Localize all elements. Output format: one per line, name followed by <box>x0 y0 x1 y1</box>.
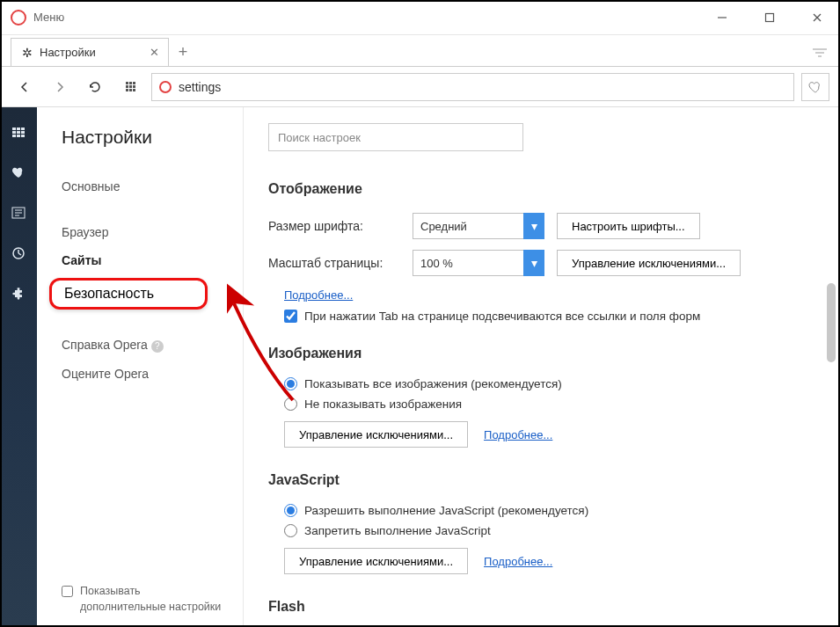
js-more-link[interactable]: Подробнее... <box>484 555 552 568</box>
speed-dial-button[interactable] <box>116 73 144 101</box>
nav-rate[interactable]: Оцените Opera <box>62 360 227 388</box>
back-button[interactable] <box>11 73 39 101</box>
images-exceptions-button[interactable]: Управление исключениями... <box>284 421 468 448</box>
font-size-label: Размер шрифта: <box>268 219 400 233</box>
tab-options-icon[interactable] <box>807 40 833 66</box>
tab-highlight-label: При нажатии Tab на странице подсвечивают… <box>304 310 700 323</box>
new-tab-button[interactable]: + <box>169 38 197 66</box>
news-icon[interactable] <box>10 204 27 222</box>
nav-browser[interactable]: Браузер <box>62 218 227 246</box>
section-display-title: Отображение <box>268 181 815 197</box>
nav-security-label: Безопасность <box>64 286 154 301</box>
chevron-down-icon: ▾ <box>523 213 544 239</box>
settings-heading: Настройки <box>62 127 227 148</box>
address-url: settings <box>179 80 221 94</box>
section-images-title: Изображения <box>268 346 815 361</box>
section-flash-title: Flash <box>268 599 815 615</box>
zoom-exceptions-button[interactable]: Управление исключениями... <box>557 250 741 276</box>
tab-title: Настройки <box>40 46 96 59</box>
history-icon[interactable] <box>10 244 27 262</box>
speed-dial-icon[interactable] <box>10 123 27 141</box>
settings-main: Поиск настроек Отображение Размер шрифта… <box>244 107 840 625</box>
page-zoom-select[interactable]: 100 % ▾ <box>413 250 544 276</box>
nav-websites[interactable]: Сайты <box>62 246 227 274</box>
customize-fonts-button[interactable]: Настроить шрифты... <box>557 213 700 239</box>
address-opera-icon <box>159 81 172 93</box>
js-block-label: Запретить выполнение JavaScript <box>304 524 491 537</box>
display-more-link[interactable]: Подробнее... <box>284 288 353 302</box>
page-zoom-label: Масштаб страницы: <box>268 256 400 270</box>
app-menu-button[interactable]: Меню <box>11 10 64 26</box>
reload-button[interactable] <box>81 73 109 101</box>
forward-button[interactable] <box>46 73 74 101</box>
js-allow-label: Разрешить выполнение JavaScript (рекомен… <box>304 504 588 517</box>
section-js-title: JavaScript <box>268 472 815 488</box>
close-button[interactable] <box>801 7 833 28</box>
tab-close-icon[interactable]: ✕ <box>150 46 159 59</box>
gear-icon: ✲ <box>22 46 33 60</box>
js-block-radio[interactable] <box>284 524 297 537</box>
nav-basic[interactable]: Основные <box>62 172 227 200</box>
images-more-link[interactable]: Подробнее... <box>484 428 552 441</box>
tab-highlight-checkbox[interactable] <box>284 310 297 323</box>
opera-logo-icon <box>11 10 26 26</box>
bookmark-heart-button[interactable] <box>801 73 829 101</box>
svg-line-13 <box>18 253 21 255</box>
nav-security[interactable]: Безопасность <box>49 278 208 310</box>
font-size-select[interactable]: Средний ▾ <box>413 213 544 239</box>
show-advanced-label: Показывать дополнительные настройки <box>80 584 227 615</box>
nav-help[interactable]: Справка Opera? <box>62 331 227 360</box>
side-rail <box>0 107 37 625</box>
js-exceptions-button[interactable]: Управление исключениями... <box>284 548 468 574</box>
address-bar[interactable]: settings <box>151 73 794 101</box>
js-allow-radio[interactable] <box>284 504 297 517</box>
heart-icon[interactable] <box>10 164 27 181</box>
tab-settings[interactable]: ✲ Настройки ✕ <box>11 38 169 66</box>
menu-label: Меню <box>33 11 64 24</box>
show-advanced-checkbox[interactable] <box>62 586 73 597</box>
extensions-icon[interactable] <box>10 285 27 303</box>
settings-nav: Настройки Основные Браузер Сайты Безопас… <box>37 107 244 625</box>
images-show-radio[interactable] <box>284 377 297 390</box>
images-hide-label: Не показывать изображения <box>304 397 462 411</box>
maximize-button[interactable] <box>754 7 785 28</box>
minimize-button[interactable] <box>706 7 738 28</box>
svg-rect-1 <box>766 13 774 21</box>
vertical-scrollbar[interactable] <box>827 283 836 362</box>
help-question-icon: ? <box>151 340 164 353</box>
images-hide-radio[interactable] <box>284 397 297 411</box>
images-show-label: Показывать все изображения (рекомендуетс… <box>304 377 562 390</box>
chevron-down-icon: ▾ <box>523 250 544 276</box>
settings-search-input[interactable]: Поиск настроек <box>268 123 523 151</box>
